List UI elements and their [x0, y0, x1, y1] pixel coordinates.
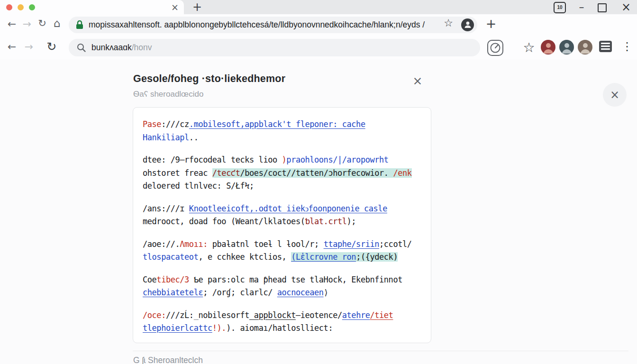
new-tab-button[interactable]: +: [191, 0, 204, 14]
code-segment: ///zĹ:_nobilesorft: [166, 310, 249, 320]
code-line: deloered tlnlvec: S/ŁfϞ;: [143, 180, 422, 193]
forward-icon[interactable]: →: [22, 41, 36, 53]
traffic-close-button[interactable]: [6, 4, 12, 10]
back-icon[interactable]: ←: [5, 41, 19, 53]
code-segment: /enk: [393, 168, 411, 178]
forward-icon[interactable]: →: [20, 18, 34, 30]
code-segment: _appblockt: [249, 310, 296, 320]
traffic-zoom-button[interactable]: [29, 4, 35, 10]
tab-strip: × + 10 – ×: [0, 0, 637, 14]
tab-close-icon[interactable]: ×: [169, 1, 181, 13]
bookmark-star-icon[interactable]: ☆: [441, 17, 455, 29]
code-segment: /tecƈt: [212, 168, 240, 178]
add-tab-icon[interactable]: +: [483, 16, 499, 31]
speedometer-icon[interactable]: [487, 40, 503, 58]
code-link[interactable]: Knootleeicoft,.odtot iiekↄfoonponenie ca…: [189, 204, 387, 213]
code-link[interactable]: tlospacateot: [143, 252, 198, 262]
code-segment: Ʌmoıı:: [180, 239, 208, 249]
code-line: /oce:///zĹ:_nobilesorft_appblockt–ieoten…: [143, 309, 422, 322]
code-segment: pbaƚatnl toeƚ l ƚool/r;: [208, 239, 324, 249]
code-link[interactable]: tlephoierlcattc: [143, 323, 212, 333]
page-content: Gesole/foheg ·sto·liekedhemor × × Ѳaʕ sh…: [0, 60, 637, 364]
search-bar[interactable]: bunkʌaaɑk/honv: [69, 39, 480, 56]
home-icon[interactable]: ⌂: [50, 17, 64, 29]
code-segment: ; /orɠ; clarlc/: [203, 288, 277, 297]
code-segment: –ieotence/: [296, 310, 342, 320]
avatar[interactable]: [578, 40, 592, 55]
reading-list-icon[interactable]: [599, 41, 612, 52]
back-icon[interactable]: ←: [5, 18, 19, 30]
code-line: /ans:///ɪ Knootleeicoft,.odtot iiekↄfoon…: [143, 202, 422, 216]
code-link[interactable]: aocnoceaen: [277, 288, 324, 297]
window-minimize-button[interactable]: –: [574, 1, 589, 13]
url-text[interactable]: mopissaxahltensoft. aapblblonongebybllct…: [89, 17, 444, 33]
code-segment: /oce:: [143, 310, 166, 320]
modal-title: Gesole/foheg ·sto·liekedhemor: [133, 73, 285, 85]
code-line: medrooct, doad foo (Weant/lklatoes(ƅlat.…: [143, 215, 422, 228]
code-segment: Pase: [143, 119, 161, 129]
code-link[interactable]: (Lἑlcrovne ron: [291, 252, 356, 262]
code-segment: ;({ydeck): [356, 252, 398, 262]
code-line: ohstoret freac /tecƈt/boes/coct//tatten/…: [143, 167, 422, 180]
code-paragraph: Pase:///cz.mobilesoft,appblack't flepone…: [143, 118, 422, 144]
code-segment: tibec/3: [156, 275, 189, 284]
search-icon: [77, 43, 86, 54]
code-segment: /aoe://.: [143, 239, 180, 249]
traffic-minimize-button[interactable]: [18, 4, 24, 10]
code-paragraph: dtee: /9–rfocodeal tecks lioo )praohloon…: [143, 154, 422, 193]
active-tab[interactable]: ×: [0, 0, 184, 14]
reload-icon[interactable]: ↻: [35, 18, 49, 29]
code-segment: deloered tlnlvec: S/ŁfϞ;: [143, 181, 254, 191]
secondary-toolbar: ← → ↻ bunkʌaaɑk/honv ☆ ⋮: [0, 36, 637, 61]
code-segment: ohstoret freac: [143, 168, 212, 178]
code-link[interactable]: chebbiatetelɛ: [143, 288, 203, 297]
overflow-menu-icon[interactable]: ⋮: [621, 40, 633, 53]
app-window-icon[interactable]: 10: [554, 2, 566, 13]
address-toolbar: ← → ↻ ⌂ mopissaxahltensoft. aapblblonong…: [0, 14, 637, 36]
avatar[interactable]: [541, 40, 555, 55]
code-segment: , e cchkee ktclios,: [198, 252, 291, 262]
address-bar[interactable]: mopissaxahltensoft. aapblblonongebybllct…: [69, 17, 477, 33]
modal-close-icon[interactable]: ×: [410, 74, 425, 88]
code-segment: Coe: [143, 275, 156, 284]
page-close-button[interactable]: ×: [603, 83, 627, 107]
code-line: chebbiatetelɛ; /orɠ; clarlc/ aocnoceaen⟩: [143, 286, 422, 300]
code-paragraph: /ans:///ɪ Knootleeicoft,.odtot iiekↄfoon…: [143, 202, 422, 228]
code-paragraph: /oce:///zĹ:_nobilesorft_appblockt–ieoten…: [143, 309, 422, 335]
modal-footer-text: G ʃɩ Sheroanlteclch: [133, 355, 203, 364]
code-segment: !).: [212, 323, 226, 333]
code-link[interactable]: praohloons/|/aropowrht: [286, 155, 388, 164]
code-link[interactable]: ttaphe/sriin: [324, 239, 379, 249]
code-segment: /ans:///ɪ: [143, 204, 189, 213]
browser-window: × + 10 – × ← → ↻ ⌂ mopissaxahltensoft. a…: [0, 0, 637, 364]
code-link[interactable]: Hankiliapl: [143, 133, 189, 142]
code-segment: ..: [189, 133, 199, 142]
code-segment: ). aiomaı/hatloslliect:: [226, 323, 333, 333]
code-paragraph: /aoe://.Ʌmoıı: pbaƚatnl toeƚ l ƚool/r; t…: [143, 238, 422, 264]
profile-badge-icon[interactable]: [461, 18, 474, 31]
search-query-suffix: /honv: [132, 43, 152, 52]
code-line: Pase:///cz.mobilesoft,appblack't flepone…: [143, 118, 422, 131]
code-line: tlospacateot, e cchkee ktclios, (Lἑlcrov…: [143, 251, 422, 264]
padlock-icon: [76, 20, 83, 31]
window-close-button[interactable]: ×: [619, 1, 633, 13]
code-block: Pase:///cz.mobilesoft,appblack't flepone…: [133, 107, 431, 343]
code-paragraph: Coetibec/3 Ƅe pars:olc ma ƥhead tse tlaH…: [143, 273, 422, 300]
favorites-star-icon[interactable]: ☆: [521, 40, 537, 55]
code-link[interactable]: atehre: [342, 310, 370, 320]
code-link[interactable]: .mobilesoft,appblack't fleponer: cache: [189, 119, 365, 129]
modal-subtitle: Ѳaʕ sheroadlœcido: [133, 90, 203, 99]
code-segment: Ƅe pars:olc ma ƥhead tse tlaHock, Ekebnf…: [189, 275, 402, 284]
code-segment: medrooct, doad foo (Weant/lklatoes(: [143, 217, 305, 226]
search-query-text[interactable]: bunkʌaaɑk/honv: [91, 39, 152, 56]
avatar[interactable]: [559, 40, 574, 55]
reload-icon[interactable]: ↻: [44, 40, 60, 54]
code-segment: /tiet: [370, 310, 393, 320]
code-segment: ;ccotl/: [379, 239, 412, 249]
code-segment: ƅlat.crtl: [305, 217, 346, 226]
code-line: Hankiliapl..: [143, 131, 422, 145]
code-line: Coetibec/3 Ƅe pars:olc ma ƥhead tse tlaH…: [143, 273, 422, 287]
window-maximize-button[interactable]: [598, 3, 607, 12]
code-line: /aoe://.Ʌmoıı: pbaƚatnl toeƚ l ƚool/r; t…: [143, 238, 422, 251]
footer-divider: [133, 351, 628, 351]
